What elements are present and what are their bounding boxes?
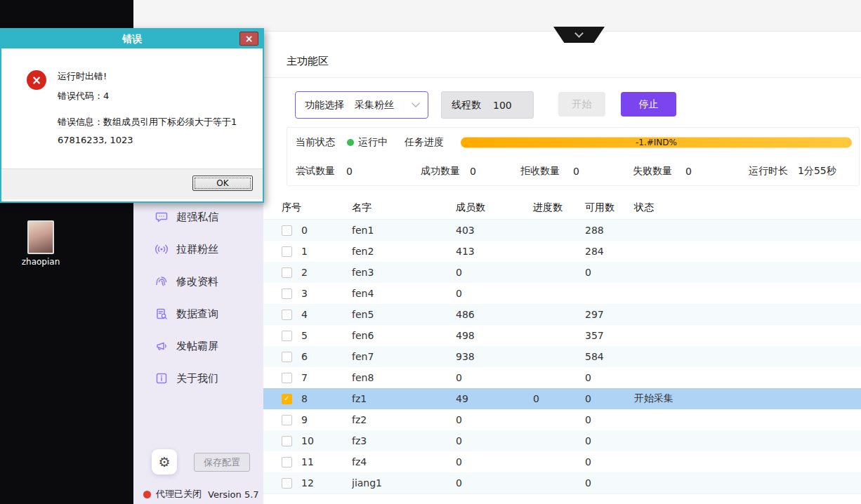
cell-index: 10 xyxy=(301,435,352,446)
section-divider xyxy=(263,77,861,78)
row-checkbox[interactable] xyxy=(282,331,292,341)
row-checkbox[interactable] xyxy=(282,373,292,383)
cell-name: jiang1 xyxy=(352,477,456,489)
sidebar-item-post-flood[interactable]: 发帖霸屏 xyxy=(133,330,263,362)
table-row[interactable]: 7fen800 xyxy=(263,367,861,388)
row-checkbox[interactable] xyxy=(282,225,292,236)
cell-available: 0 xyxy=(585,435,634,446)
progress-text: -1.#IND% xyxy=(636,138,677,147)
table-row[interactable]: 0fen1403288 xyxy=(263,220,861,241)
cell-members: 0 xyxy=(456,435,533,446)
cell-available: 0 xyxy=(585,477,634,489)
cell-members: 0 xyxy=(456,267,533,278)
row-checkbox[interactable] xyxy=(282,352,292,362)
dialog-footer: OK xyxy=(1,168,263,199)
table-row[interactable]: 12jiang100 xyxy=(263,472,861,493)
dialog-title: 错误 xyxy=(122,33,142,46)
counter-value: 0 xyxy=(470,166,476,177)
sidebar-item-label: 超强私信 xyxy=(176,211,218,224)
table-header: 序号 名字 成员数 进度数 可用数 状态 xyxy=(263,197,861,220)
table-row[interactable]: ✓8fz14900开始采集 xyxy=(263,388,861,409)
cell-available: 0 xyxy=(585,456,634,467)
table-row[interactable]: 5fen6498357 xyxy=(263,325,861,346)
cell-members: 0 xyxy=(456,456,533,467)
sidebar-item-data-query[interactable]: 数据查询 xyxy=(133,298,263,330)
counter-label: 失败数量 xyxy=(633,165,672,178)
version-text: Version 5.7 xyxy=(208,489,259,500)
cell-members: 938 xyxy=(456,351,533,362)
cell-index: 6 xyxy=(301,351,352,362)
sidebar-item-edit-profile[interactable]: 修改资料 xyxy=(133,265,263,298)
save-config-button[interactable]: 保存配置 xyxy=(194,453,250,472)
cell-name: fen7 xyxy=(352,351,456,362)
table-row[interactable]: 2fen300 xyxy=(263,262,861,283)
cell-available: 0 xyxy=(585,393,634,404)
sidebar-item-label: 关于我们 xyxy=(176,372,218,385)
cell-available: 284 xyxy=(585,246,634,257)
sidebar-menu: 超强私信 拉群粉丝 修改资料 xyxy=(133,201,263,394)
cell-name: fz3 xyxy=(352,435,456,446)
cell-index: 9 xyxy=(301,414,352,425)
status-panel: 当前状态 运行中 任务进度 -1.#IND% 尝试数量 0 成功数量 0 拒收数… xyxy=(287,127,860,186)
function-select[interactable]: 功能选择 采集粉丝 xyxy=(295,91,428,119)
cell-available: 584 xyxy=(585,351,634,362)
start-button[interactable]: 开始 xyxy=(558,92,605,117)
stop-button[interactable]: 停止 xyxy=(621,92,676,117)
ok-button[interactable]: OK xyxy=(192,175,253,191)
cell-available: 288 xyxy=(585,225,634,236)
row-checkbox[interactable] xyxy=(282,310,292,320)
cell-name: fz4 xyxy=(352,456,456,467)
desktop-icon-zhaopian[interactable]: zhaopian xyxy=(21,220,60,267)
table-row[interactable]: 9fz200 xyxy=(263,409,861,430)
header-index: 序号 xyxy=(282,201,352,214)
counter-label: 尝试数量 xyxy=(296,165,335,178)
cell-members: 0 xyxy=(456,372,533,383)
megaphone-icon xyxy=(155,339,169,353)
row-checkbox[interactable] xyxy=(282,457,292,467)
header-progress: 进度数 xyxy=(533,201,585,214)
row-checkbox[interactable] xyxy=(282,436,292,446)
dialog-close-button[interactable]: × xyxy=(239,32,258,46)
threads-input[interactable]: 线程数 100 xyxy=(441,91,534,119)
group-table: 序号 名字 成员数 进度数 可用数 状态 0fen14032881fen2413… xyxy=(263,197,861,494)
broadcast-icon xyxy=(155,242,169,256)
function-select-label: 功能选择 xyxy=(305,99,344,112)
cell-index: 3 xyxy=(301,288,352,299)
table-row[interactable]: 4fen5486297 xyxy=(263,304,861,325)
row-checkbox[interactable] xyxy=(282,246,292,257)
chat-icon xyxy=(155,210,169,224)
gear-button[interactable]: ⚙ xyxy=(152,449,177,475)
cell-members: 498 xyxy=(456,330,533,341)
counter-label: 拒收数量 xyxy=(520,165,560,178)
cell-name: fz2 xyxy=(352,414,456,425)
table-row[interactable]: 10fz300 xyxy=(263,430,861,451)
status-row-1: 当前状态 运行中 任务进度 -1.#IND% xyxy=(287,128,859,157)
header-available: 可用数 xyxy=(585,201,634,214)
sidebar-item-private-message[interactable]: 超强私信 xyxy=(133,201,263,233)
table-row[interactable]: 1fen2413284 xyxy=(263,241,861,262)
sidebar-item-label: 数据查询 xyxy=(176,307,218,321)
error-dialog: 错误 × × 运行时出错! 错误代码：4 错误信息：数组成员引用下标必须大于等于… xyxy=(0,28,264,203)
dialog-body: × 运行时出错! 错误代码：4 错误信息：数组成员引用下标必须大于等于1 678… xyxy=(1,48,263,168)
row-checkbox[interactable] xyxy=(282,415,292,425)
table-row[interactable]: 3fen40 xyxy=(263,283,861,304)
cell-progress: 0 xyxy=(533,393,585,404)
sidebar-item-about-us[interactable]: 关于我们 xyxy=(133,362,263,394)
cell-members: 49 xyxy=(456,393,533,404)
sidebar-item-label: 拉群粉丝 xyxy=(176,243,218,256)
table-row[interactable]: 11fz400 xyxy=(263,451,861,472)
sidebar-item-pull-fans[interactable]: 拉群粉丝 xyxy=(133,233,263,265)
table-row[interactable]: 6fen7938584 xyxy=(263,346,861,367)
cell-index: 8 xyxy=(301,393,352,404)
row-checkbox[interactable]: ✓ xyxy=(282,394,292,404)
cell-members: 0 xyxy=(456,477,533,489)
current-status-value: 运行中 xyxy=(358,136,388,149)
cell-index: 11 xyxy=(301,456,352,467)
error-message-line3: 错误信息：数组成员引用下标必须大于等于1 xyxy=(58,116,237,128)
proxy-status-dot xyxy=(143,491,151,498)
gear-icon: ⚙ xyxy=(158,454,170,470)
chevron-down-icon xyxy=(412,99,419,107)
row-checkbox[interactable] xyxy=(282,478,292,489)
row-checkbox[interactable] xyxy=(282,289,292,299)
row-checkbox[interactable] xyxy=(282,267,292,278)
